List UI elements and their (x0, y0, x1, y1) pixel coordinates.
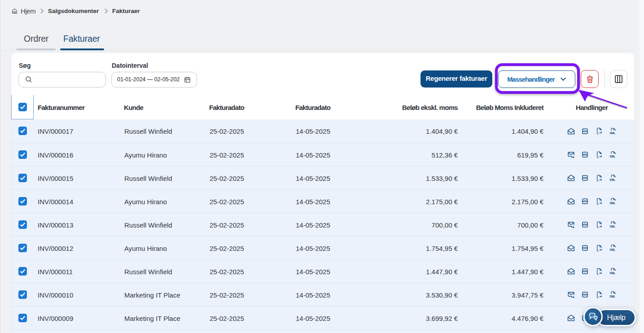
svg-text:XML: XML (609, 178, 615, 181)
svg-text:XML: XML (609, 131, 615, 135)
svg-text:XML: XML (609, 272, 615, 275)
svg-text:XML: XML (609, 155, 615, 158)
svg-text:XML: XML (609, 202, 615, 205)
svg-text:XML: XML (609, 248, 615, 251)
svg-text:XML: XML (609, 295, 615, 298)
svg-text:XML: XML (609, 225, 615, 228)
